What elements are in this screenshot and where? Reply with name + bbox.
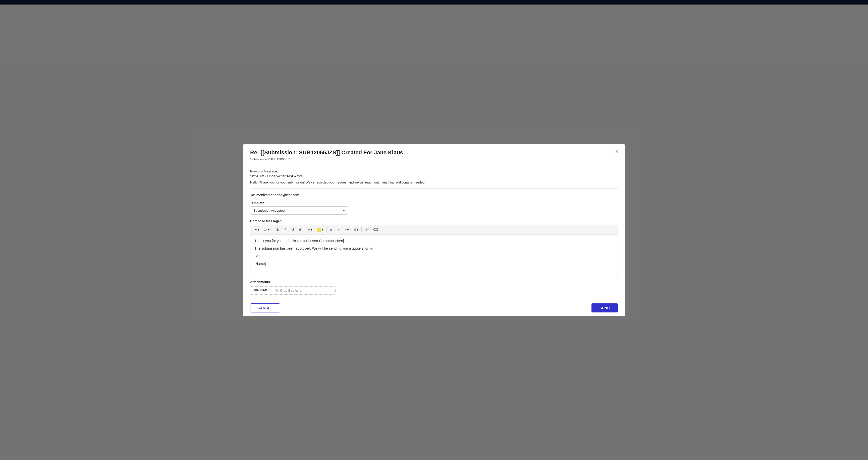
upload-area: UPLOAD 📎 Drop files here	[250, 286, 336, 295]
message-line-2: The submission has been approved. We wil…	[254, 246, 614, 251]
toolbar-unordered-list-button[interactable]: ≡	[335, 227, 342, 232]
magic-icon: ✦	[254, 228, 257, 231]
align-icon: ≡	[345, 228, 347, 231]
toolbar-italic-button[interactable]: I	[282, 227, 288, 232]
editor-toolbar: ✦ ▾ 14 ▾ B	[250, 225, 618, 234]
close-button[interactable]: ×	[613, 148, 620, 155]
previous-message-section: Previous Message: 12:51 AM - Underwriter…	[250, 165, 618, 189]
drop-files-area[interactable]: 📎 Drop files here	[271, 287, 305, 294]
toolbar-bold-button[interactable]: B	[274, 227, 281, 232]
message-line-3: Best,	[254, 253, 614, 259]
toolbar-font-size-button[interactable]: 14 ▾	[262, 227, 272, 232]
to-email: monikamandana@test.com	[256, 193, 299, 197]
message-line-1: Thank you for your submission for [Inser…	[254, 238, 614, 243]
compose-message-label: Compose Message*	[250, 219, 618, 223]
toolbar-chevron-magic: ▾	[258, 228, 259, 231]
previous-message-label: Previous Message:	[250, 169, 618, 173]
toolbar-magic-button[interactable]: ✦ ▾	[252, 227, 261, 232]
toolbar-underline-button[interactable]: U	[289, 227, 296, 232]
toolbar-ordered-list-button[interactable]: ≣	[328, 227, 335, 232]
bold-icon: B	[277, 228, 279, 231]
font-size-value: 14	[264, 228, 268, 231]
toolbar-align-button[interactable]: ≡ ▾	[343, 227, 351, 232]
toolbar-separator-2	[305, 227, 305, 232]
to-field: To: monikamandana@test.com	[250, 193, 618, 197]
toolbar-strikethrough-button[interactable]: S	[297, 227, 304, 232]
table-icon: ⊞	[353, 228, 356, 231]
unordered-list-icon: ≡	[338, 228, 340, 231]
font-color-label: A	[308, 228, 310, 231]
email-compose-modal: Re: [[Submission: SUB12066JZS]] Created …	[243, 144, 625, 316]
color-swatch	[317, 228, 321, 232]
modal-body: Previous Message: 12:51 AM - Underwriter…	[243, 165, 625, 299]
attachments-label: Attachments	[250, 280, 618, 284]
message-line-4: [Name]	[254, 261, 614, 266]
eraser-icon: ⌫	[373, 228, 378, 231]
italic-icon: I	[285, 228, 286, 231]
link-icon: 🔗	[365, 228, 369, 231]
upload-button[interactable]: UPLOAD	[250, 287, 271, 294]
ordered-list-icon: ≣	[330, 228, 333, 231]
toolbar-chevron-size: ▾	[268, 228, 270, 231]
toolbar-chevron-swatch: ▾	[321, 228, 323, 231]
toolbar-color-swatch-button[interactable]: ▾	[315, 227, 325, 233]
modal-title: Re: [[Submission: SUB12066JZS]] Created …	[250, 149, 618, 156]
attachment-icon: 📎	[275, 289, 279, 292]
required-marker: *	[280, 219, 282, 223]
strikethrough-icon: S	[299, 228, 301, 231]
send-button[interactable]: SEND	[591, 304, 618, 312]
toolbar-chevron-align: ▾	[347, 228, 349, 231]
toolbar-font-color-button[interactable]: A ▾	[306, 227, 314, 232]
message-editor: ✦ ▾ 14 ▾ B	[250, 225, 618, 275]
to-label: To:	[250, 193, 255, 197]
modal-subtitle: Submission #SUB12066JZS	[250, 157, 618, 161]
modal-header: Re: [[Submission: SUB12066JZS]] Created …	[243, 144, 625, 165]
compose-section: To: monikamandana@test.com Template Subm…	[250, 189, 618, 295]
modal-footer: CANCEL SEND	[243, 299, 625, 316]
toolbar-eraser-button[interactable]: ⌫	[371, 227, 380, 232]
previous-message-author: 12:51 AM - Underwriter Test wrote:	[250, 174, 618, 178]
attachments-section: Attachments UPLOAD 📎 Drop files here	[250, 280, 618, 295]
toolbar-separator-3	[326, 227, 327, 232]
message-content-area[interactable]: Thank you for your submission for [Inser…	[250, 234, 618, 275]
previous-message-text: Hello, Thank you for your submission! We…	[250, 180, 618, 184]
toolbar-chevron-color: ▾	[311, 228, 312, 231]
toolbar-separator-1	[273, 227, 273, 232]
toolbar-link-button[interactable]: 🔗	[363, 227, 371, 232]
toolbar-table-button[interactable]: ⊞ ▾	[351, 227, 361, 232]
template-select[interactable]: Submission Accepted Submission Rejected …	[250, 206, 348, 215]
cancel-button[interactable]: CANCEL	[250, 304, 280, 312]
template-label: Template	[250, 201, 618, 205]
underline-icon: U	[291, 228, 294, 231]
drop-files-label: Drop files here	[280, 289, 302, 292]
toolbar-chevron-table: ▾	[356, 228, 359, 231]
